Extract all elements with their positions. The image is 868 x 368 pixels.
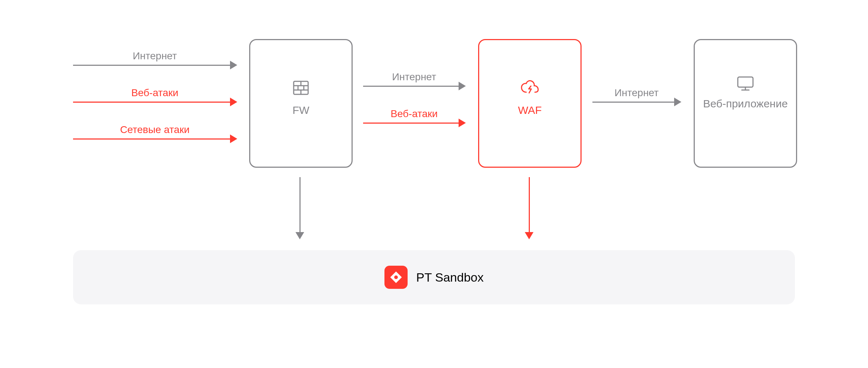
- pt-sandbox-logo-icon: [384, 266, 408, 289]
- arrow-label: Веб-атаки: [73, 87, 237, 99]
- arrow-label: Интернет: [592, 87, 681, 99]
- arrow-label: Веб-атаки: [363, 108, 465, 120]
- arrow-left-internet: Интернет: [73, 65, 237, 66]
- node-fw-label: FW: [250, 104, 352, 117]
- node-waf: WAF: [478, 39, 582, 168]
- arrow-label: Интернет: [363, 71, 465, 83]
- waf-cloud-icon: [479, 79, 580, 97]
- node-web-app: Веб-приложение: [694, 39, 797, 168]
- sandbox-panel: PT Sandbox: [73, 250, 795, 304]
- node-fw: FW: [249, 39, 353, 168]
- node-waf-label: WAF: [479, 104, 580, 117]
- arrow-waf-to-sandbox: [529, 177, 530, 239]
- arrow-mid-internet: Интернет: [363, 86, 465, 87]
- arrow-label: Сетевые атаки: [73, 124, 237, 136]
- node-web-app-label: Веб-приложение: [695, 97, 796, 110]
- svg-rect-7: [738, 77, 753, 87]
- svg-point-11: [394, 275, 398, 279]
- arrow-label: Интернет: [73, 50, 237, 62]
- arrow-left-web-attacks: Веб-атаки: [73, 102, 237, 103]
- arrow-fw-to-sandbox: [299, 177, 301, 239]
- diagram: Интернет Веб-атаки Сетевые атаки FW Инте…: [0, 0, 868, 368]
- firewall-icon: [250, 79, 352, 97]
- sandbox-label: PT Sandbox: [416, 270, 484, 284]
- arrow-mid-web-attacks: Веб-атаки: [363, 123, 465, 124]
- arrow-right-internet: Интернет: [592, 102, 681, 103]
- arrow-left-network-attacks: Сетевые атаки: [73, 138, 237, 140]
- monitor-icon: [695, 75, 796, 92]
